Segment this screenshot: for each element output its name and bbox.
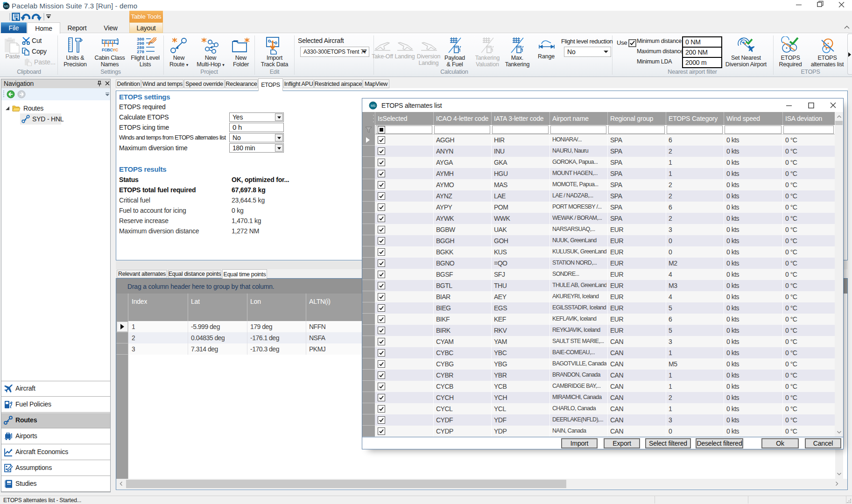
svg-text:MS: MS: [4, 5, 9, 8]
svg-text:YC: YC: [113, 48, 119, 52]
svg-text:270: 270: [137, 50, 144, 53]
svg-text:MS: MS: [371, 104, 376, 107]
